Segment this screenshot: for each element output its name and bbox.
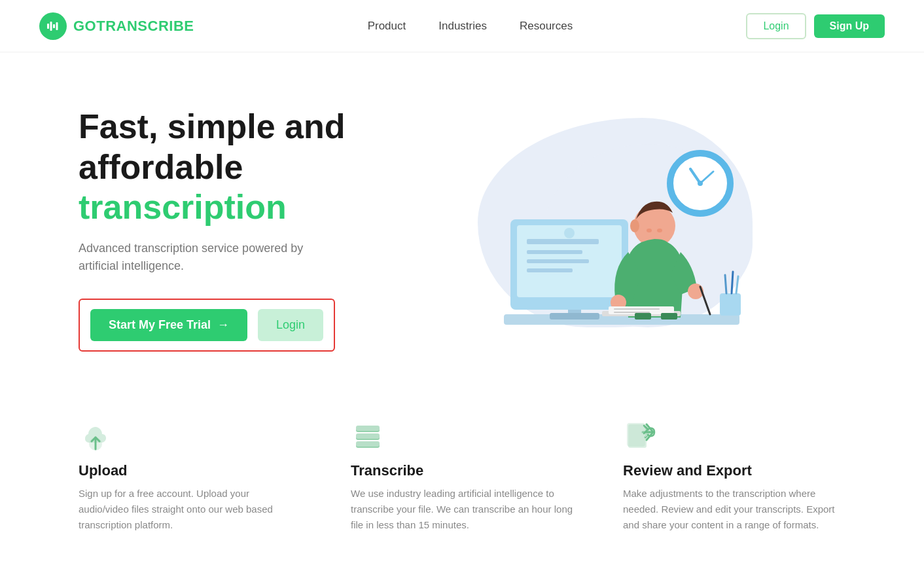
nav-login-button[interactable]: Login xyxy=(746,13,806,39)
hero-buttons-wrapper: Start My Free Trial → Login xyxy=(79,299,335,352)
illustration-svg xyxy=(438,111,753,347)
svg-rect-44 xyxy=(356,441,380,447)
svg-rect-29 xyxy=(614,308,660,310)
logo[interactable]: GOTRANSCRIBE xyxy=(39,12,194,40)
hero-illustration xyxy=(345,111,845,347)
hero-heading-line2: affordable xyxy=(79,147,345,187)
feature-upload: Upload Sign up for a free account. Uploa… xyxy=(79,419,301,533)
navbar: GOTRANSCRIBE Product Industries Resource… xyxy=(0,0,924,52)
logo-text: GOTRANSCRIBE xyxy=(73,18,194,35)
illustration-container xyxy=(438,111,753,347)
svg-point-21 xyxy=(630,219,639,232)
svg-rect-7 xyxy=(550,313,599,320)
nav-resources[interactable]: Resources xyxy=(520,20,573,33)
logo-icon xyxy=(39,12,67,40)
svg-rect-13 xyxy=(527,268,573,272)
cloud-upload-icon xyxy=(79,419,113,453)
nav-industries[interactable]: Industries xyxy=(438,20,487,33)
svg-rect-0 xyxy=(47,24,49,29)
nav-links: Product Industries Resources xyxy=(368,20,573,33)
nav-product[interactable]: Product xyxy=(368,20,406,33)
svg-rect-36 xyxy=(661,313,677,320)
hero-content: Fast, simple and affordable transcriptio… xyxy=(79,107,345,351)
feature-review-export: Review and Export Make adjustments to th… xyxy=(623,419,845,533)
feature-transcribe-title: Transcribe xyxy=(351,462,573,479)
svg-point-23 xyxy=(657,229,662,232)
hero-heading-line1: Fast, simple and xyxy=(79,107,345,147)
feature-review-desc: Make adjustments to the transcription wh… xyxy=(623,486,845,533)
nav-actions: Login Sign Up xyxy=(746,13,885,39)
svg-rect-42 xyxy=(356,433,380,439)
svg-rect-2 xyxy=(53,24,55,28)
feature-upload-title: Upload xyxy=(79,462,301,479)
features-section: Upload Sign up for a free account. Uploa… xyxy=(0,393,924,567)
start-trial-button[interactable]: Start My Free Trial → xyxy=(90,309,247,341)
feature-upload-desc: Sign up for a free account. Upload your … xyxy=(79,486,301,533)
hero-heading-green: transcription xyxy=(79,187,345,227)
svg-point-22 xyxy=(647,229,652,232)
hero-section: Fast, simple and affordable transcriptio… xyxy=(0,52,924,393)
feature-review-title: Review and Export xyxy=(623,462,845,479)
svg-rect-3 xyxy=(56,22,58,30)
transcribe-icon xyxy=(351,419,385,453)
hero-login-button[interactable]: Login xyxy=(258,309,323,341)
hero-subtext: Advanced transcription service powered b… xyxy=(79,240,345,275)
svg-rect-12 xyxy=(527,259,589,263)
svg-rect-11 xyxy=(527,250,582,254)
svg-rect-46 xyxy=(627,423,645,447)
svg-rect-30 xyxy=(614,312,650,313)
share-icon xyxy=(623,419,657,453)
svg-rect-10 xyxy=(527,239,599,244)
svg-rect-35 xyxy=(635,313,651,320)
svg-point-14 xyxy=(564,228,575,238)
feature-transcribe-desc: We use industry leading artificial intel… xyxy=(351,486,573,533)
svg-rect-40 xyxy=(356,426,380,431)
feature-transcribe: Transcribe We use industry leading artif… xyxy=(351,419,573,533)
nav-signup-button[interactable]: Sign Up xyxy=(814,14,885,38)
hero-heading: Fast, simple and affordable transcriptio… xyxy=(79,107,345,227)
svg-line-32 xyxy=(725,275,726,293)
svg-point-19 xyxy=(698,181,703,186)
svg-rect-1 xyxy=(50,22,52,31)
svg-line-33 xyxy=(732,272,733,293)
svg-rect-31 xyxy=(720,293,741,316)
